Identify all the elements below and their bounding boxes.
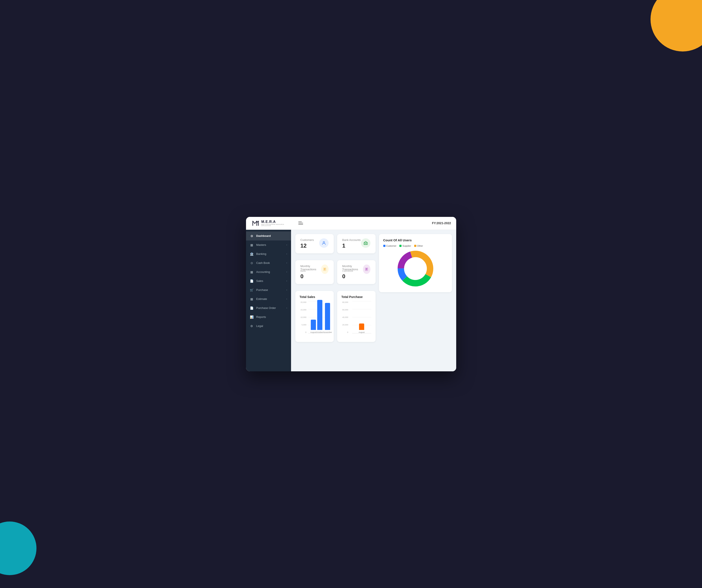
sidebar-icon-purchase-order: 📄 [250,306,254,310]
charts-row: Total Sales 0 5,000 10,000 15,000 20,000 [296,291,375,342]
svg-point-17 [406,259,425,278]
monthly-bank-header: Monthly Transactions Bank 0 [301,264,329,280]
total-purchase-chart-area: 0 20,000 40,000 60,000 80,000 [341,301,371,338]
total-purchase-card: Total Purchase 0 20,000 40,000 60,000 80… [337,291,375,342]
sidebar-icon-sales: 📄 [250,279,254,283]
total-purchase-title: Total Purchase [341,295,371,299]
donut-chart-svg [396,249,435,288]
purchase-y-axis: 0 20,000 40,000 60,000 80,000 [341,301,349,333]
sidebar-label-banking: Banking [256,252,284,255]
sidebar: ⊙Dashboard▦Masters›🏦Banking›⊙Cash Book›▦… [246,230,291,371]
total-sales-title: Total Sales [300,295,330,299]
sidebar-chevron-purchase: › [286,289,287,291]
monthly-bank-info: Monthly Transactions Bank 0 [301,264,321,280]
svg-rect-1 [364,243,367,245]
sidebar-label-accounting: Accounting [256,270,284,273]
total-sales-chart-area: 0 5,000 10,000 15,000 20,000 [300,301,330,338]
main-layout: ⊙Dashboard▦Masters›🏦Banking›⊙Cash Book›▦… [246,230,456,371]
monthly-cashbook-header: Monthly Transactions CashBook 0 [342,264,370,280]
sidebar-icon-legal: ⚙ [250,324,254,328]
legend-label-other: Other [417,245,423,247]
logo-sub-text: MINI'S ENTERPRISE RESOURCE APPLICATION [261,224,294,226]
bank-accounts-info: Bank Accounts 1 [342,238,361,249]
sidebar-label-legal: Legal [256,324,287,328]
bank-accounts-card-header: Bank Accounts 1 [342,238,370,249]
sidebar-item-purchase-order[interactable]: 📄Purchase Order› [246,304,291,313]
top-bar: M.E.R.A MINI'S ENTERPRISE RESOURCE APPLI… [246,217,456,230]
logo-icon [251,219,259,227]
bg-circle-yellow [651,0,702,51]
bank-accounts-icon [361,238,370,248]
legend-label-supplier: Supplier [402,245,411,247]
app-window: M.E.R.A MINI'S ENTERPRISE RESOURCE APPLI… [246,217,456,371]
sidebar-label-sales: Sales [256,279,284,282]
sales-bars-container: August October November [308,301,330,333]
sidebar-icon-purchase: 🛒 [250,288,254,292]
sidebar-chevron-banking: › [286,253,287,255]
customers-info: Customers 12 [301,238,314,249]
sidebar-chevron-cashbook: › [286,262,287,264]
left-column: Customers 12 [296,234,375,345]
sidebar-icon-masters: ▦ [250,243,254,247]
fy-label: FY:2021-2022 [432,221,451,225]
sidebar-label-estimate: Estimate [256,297,284,301]
stats-row-1: Customers 12 [296,234,375,253]
sidebar-chevron-sales: › [286,280,287,282]
monthly-bank-card: Monthly Transactions Bank 0 [296,260,334,284]
sidebar-item-accounting[interactable]: ▦Accounting› [246,267,291,276]
svg-point-0 [323,241,325,243]
sidebar-item-estimate[interactable]: ▦Estimate› [246,295,291,304]
stats-row-2: Monthly Transactions Bank 0 [296,260,375,284]
legend-label-customer: Customer [386,245,396,247]
sidebar-label-reports: Reports [256,315,287,319]
sidebar-chevron-purchase-order: › [286,307,287,309]
legend-dot-other [414,245,416,247]
sidebar-item-dashboard[interactable]: ⊙Dashboard [246,231,291,240]
sidebar-label-masters: Masters [256,243,284,246]
legend-other: Other [414,245,423,247]
sidebar-icon-cashbook: ⊙ [250,261,254,265]
monthly-cashbook-info: Monthly Transactions CashBook 0 [342,264,363,280]
sidebar-item-banking[interactable]: 🏦Banking› [246,249,291,258]
legend-dot-customer [383,245,385,247]
sidebar-icon-reports: 📊 [250,315,254,319]
monthly-cashbook-sublabel: CashBook [342,270,363,272]
customers-label: Customers [301,238,314,242]
hamburger-menu-button[interactable] [298,222,303,225]
sidebar-chevron-accounting: › [286,271,287,273]
right-panel: Count Of All Users Customer Supplier [379,234,452,345]
donut-chart-wrap [383,249,448,288]
purchase-bars-container: August [352,301,371,333]
sidebar-item-purchase[interactable]: 🛒Purchase› [246,285,291,295]
sidebar-item-legal[interactable]: ⚙Legal [246,322,291,331]
sidebar-icon-dashboard: ⊙ [250,234,254,238]
sidebar-label-dashboard: Dashboard [256,234,287,237]
sidebar-item-reports[interactable]: 📊Reports [246,313,291,322]
sidebar-item-masters[interactable]: ▦Masters› [246,240,291,249]
sales-bar-october: October [316,300,323,333]
sidebar-icon-banking: 🏦 [250,252,254,256]
legend-customer: Customer [383,245,396,247]
logo-main-text: M.E.R.A [261,220,294,224]
sidebar-icon-estimate: ▦ [250,297,254,301]
customers-card-header: Customers 12 [301,238,329,249]
bank-accounts-label: Bank Accounts [342,238,361,242]
sales-bar-november: November [323,303,332,333]
bank-accounts-value: 1 [342,242,361,249]
sidebar-label-cashbook: Cash Book [256,261,284,264]
count-users-title: Count Of All Users [383,238,448,242]
monthly-cashbook-value: 0 [342,273,363,280]
monthly-bank-value: 0 [301,273,321,280]
logo-area: M.E.R.A MINI'S ENTERPRISE RESOURCE APPLI… [251,219,294,227]
legend-dot-supplier [399,245,401,247]
customers-icon [319,238,329,248]
dashboard-grid: Customers 12 [296,234,452,345]
sidebar-item-sales[interactable]: 📄Sales› [246,276,291,285]
sales-y-axis: 0 5,000 10,000 15,000 20,000 [300,301,307,333]
purchase-bar-august: August [354,324,369,333]
content-area: Customers 12 [291,230,456,371]
sidebar-chevron-masters: › [286,244,287,246]
sidebar-icon-accounting: ▦ [250,270,254,274]
sales-bar-august: August [310,320,316,333]
sidebar-item-cashbook[interactable]: ⊙Cash Book› [246,258,291,267]
